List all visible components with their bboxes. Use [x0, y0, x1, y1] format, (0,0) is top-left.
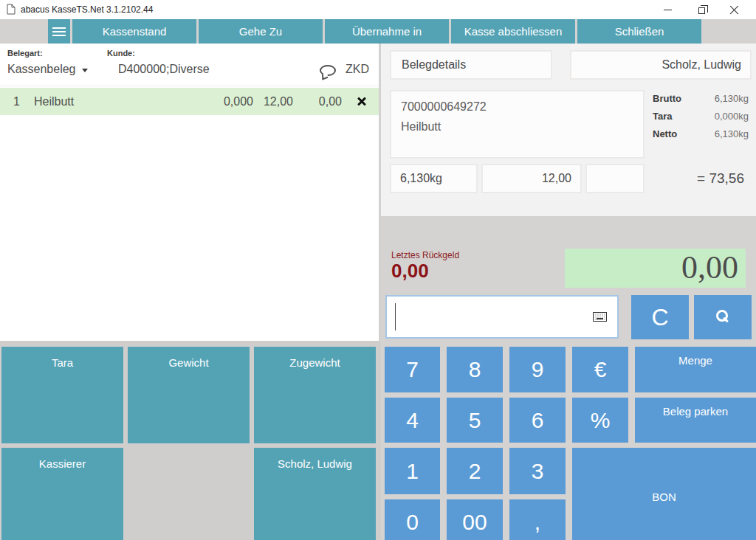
weight-summary: Brutto 6,130kg Tara 0,000kg Netto 6,130k… — [653, 93, 749, 146]
main-toolbar: Kassenstand Gehe Zu Übernahme in Kasse a… — [0, 19, 756, 44]
function-key-area: Tara Gewicht Zugewicht Kassierer Scholz,… — [0, 341, 381, 540]
kassenstand-button[interactable]: Kassenstand — [72, 19, 196, 44]
cashier-name-header: Scholz, Ludwig — [570, 50, 752, 80]
function-key-grid: Tara Gewicht Zugewicht Kassierer Scholz,… — [1, 347, 376, 540]
clear-button[interactable]: C — [631, 295, 689, 339]
window-title: abacus KasseTS.Net 3.1.2102.44 — [21, 4, 153, 15]
change-value: 0,00 — [391, 260, 429, 283]
quantity-field[interactable]: 6,130kg — [390, 164, 478, 193]
uebernahme-in-button[interactable]: Übernahme in — [325, 19, 449, 44]
brutto-label: Brutto — [653, 93, 681, 104]
bon-button[interactable]: BON — [572, 448, 756, 540]
payment-zone: Letztes Rückgeld 0,00 0,00 C 7 8 9 € Men… — [381, 216, 756, 540]
belegart-value: Kassenbeleg — [7, 63, 76, 76]
delete-item-button[interactable] — [345, 97, 379, 107]
caret-down-icon — [82, 69, 88, 72]
kasse-abschliessen-button[interactable]: Kasse abschliessen — [451, 19, 575, 44]
amount-display: 0,00 — [565, 249, 746, 288]
belegdetails-header: Belegdetails — [390, 50, 552, 80]
keyboard-icon[interactable] — [593, 312, 607, 322]
numpad-comma[interactable]: , — [509, 499, 566, 540]
numpad-4[interactable]: 4 — [385, 398, 440, 443]
brutto-row: Brutto 6,130kg — [653, 93, 749, 104]
restore-icon — [698, 7, 705, 14]
speech-bubble-icon[interactable] — [320, 65, 336, 76]
numpad-00[interactable]: 00 — [447, 499, 503, 540]
tara-label: Tara — [653, 111, 673, 122]
gewicht-button[interactable]: Gewicht — [128, 347, 250, 443]
numpad-5[interactable]: 5 — [447, 398, 503, 443]
numpad-9[interactable]: 9 — [509, 347, 566, 392]
numpad-euro[interactable]: € — [572, 347, 628, 392]
kassierer-name-button[interactable]: Scholz, Ludwig — [254, 448, 376, 540]
discount-field[interactable] — [585, 164, 645, 193]
zugewicht-button[interactable]: Zugewicht — [254, 347, 376, 443]
netto-value: 6,130kg — [715, 128, 749, 139]
item-amount: 0,00 — [296, 95, 345, 108]
schliessen-button[interactable]: Schließen — [577, 19, 701, 44]
menu-button[interactable] — [48, 19, 70, 44]
tara-row: Tara 0,000kg — [653, 111, 749, 122]
zkd-button[interactable]: ZKD — [346, 63, 369, 76]
receipt-item-row[interactable]: 1 Heilbutt 0,000 12,00 0,00 — [0, 88, 379, 115]
minimize-button[interactable] — [655, 0, 680, 19]
hamburger-icon — [52, 31, 66, 32]
text-caret — [395, 303, 396, 330]
details-panel: Belegdetails Scholz, Ludwig 700000064927… — [381, 44, 756, 216]
receipt-panel: Belegart: Kassenbeleg Kunde: D400000;Div… — [0, 44, 379, 341]
menge-button[interactable]: Menge — [635, 347, 756, 392]
item-detail-box: 7000000649272 Heilbutt — [390, 90, 645, 159]
kunde-label: Kunde: — [107, 49, 135, 58]
pos-app-window: abacus KasseTS.Net 3.1.2102.44 Kassensta… — [0, 0, 756, 540]
item-name: Heilbutt — [34, 95, 209, 108]
line-total: = 73,56 — [697, 164, 744, 193]
item-weight: 0,000 — [209, 95, 253, 108]
numpad: 7 8 9 € Menge 4 5 6 % Beleg parken 1 2 3… — [385, 347, 756, 540]
kunde-field[interactable]: D400000;Diverse — [118, 63, 210, 76]
numpad-8[interactable]: 8 — [447, 347, 503, 392]
x-icon — [357, 97, 367, 107]
beleg-parken-button[interactable]: Beleg parken — [635, 398, 756, 443]
netto-label: Netto — [653, 128, 677, 139]
netto-row: Netto 6,130kg — [653, 128, 749, 139]
close-button[interactable] — [721, 0, 746, 19]
change-label: Letztes Rückgeld — [391, 250, 459, 260]
numpad-6[interactable]: 6 — [509, 398, 566, 443]
kassierer-button[interactable]: Kassierer — [1, 448, 123, 540]
entry-input[interactable] — [385, 295, 619, 339]
document-icon — [7, 4, 16, 15]
search-button[interactable] — [694, 295, 752, 339]
numpad-percent[interactable]: % — [572, 398, 628, 443]
belegart-label: Belegart: — [7, 49, 43, 58]
belegart-dropdown[interactable]: Kassenbeleg — [7, 63, 88, 76]
numpad-0[interactable]: 0 — [385, 499, 440, 540]
brutto-value: 6,130kg — [715, 93, 749, 104]
item-code: 7000000649272 — [401, 97, 633, 117]
title-bar: abacus KasseTS.Net 3.1.2102.44 — [0, 0, 756, 19]
numpad-3[interactable]: 3 — [509, 448, 566, 494]
empty-key-slot — [128, 448, 250, 540]
unit-price-field[interactable]: 12,00 — [481, 164, 582, 193]
numpad-2[interactable]: 2 — [447, 448, 503, 494]
minimize-icon — [664, 10, 672, 10]
receipt-header: Belegart: Kassenbeleg Kunde: D400000;Div… — [0, 44, 379, 86]
tara-value: 0,000kg — [715, 111, 749, 122]
item-price: 12,00 — [253, 95, 296, 108]
numpad-1[interactable]: 1 — [385, 448, 440, 494]
restore-button[interactable] — [689, 0, 714, 19]
gehe-zu-button[interactable]: Gehe Zu — [199, 19, 323, 44]
magnifier-icon — [715, 310, 730, 325]
item-detail-name: Heilbutt — [401, 117, 633, 136]
item-position: 1 — [13, 95, 34, 108]
tara-button[interactable]: Tara — [1, 347, 123, 443]
close-icon — [729, 5, 739, 15]
numpad-7[interactable]: 7 — [385, 347, 440, 392]
